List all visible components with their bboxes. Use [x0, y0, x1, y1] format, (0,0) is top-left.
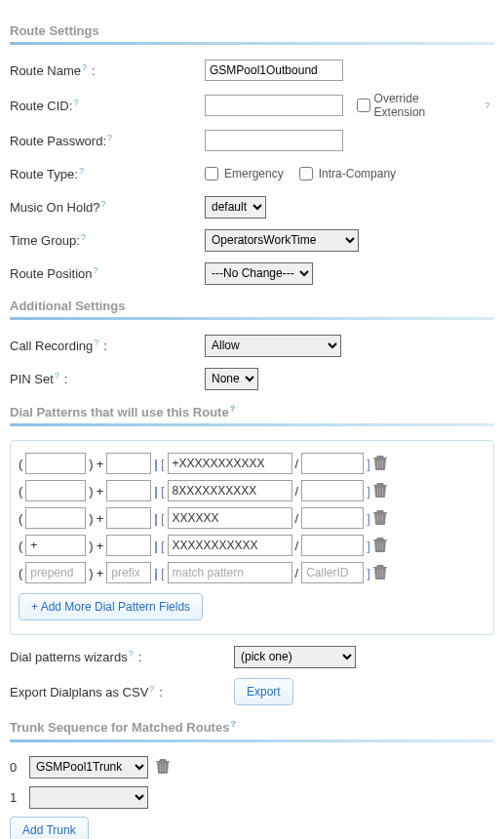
- row-route-name: Route Name?:: [10, 59, 494, 82]
- row-route-position: Route Position? ---No Change---: [10, 261, 494, 285]
- section-rule: [10, 739, 494, 742]
- override-extension-checkbox[interactable]: [357, 99, 370, 112]
- row-route-cid: Route CID:? Override Extension?: [10, 92, 494, 119]
- trash-icon[interactable]: [156, 758, 170, 777]
- close-bracket: ]: [367, 511, 370, 526]
- callerid-input[interactable]: [301, 480, 364, 501]
- open-paren: (: [19, 566, 22, 580]
- close-paren: ): [89, 566, 93, 580]
- match-pattern-input[interactable]: [168, 480, 292, 501]
- section-header-trunks: Trunk Sequence for Matched Routes?: [10, 719, 494, 735]
- section-header-dial-patterns: Dial Patterns that will use this Route?: [10, 404, 494, 420]
- trash-icon[interactable]: [373, 482, 387, 500]
- pin-set-select[interactable]: None: [205, 368, 258, 390]
- prefix-input[interactable]: [106, 453, 151, 474]
- dial-patterns-box: () + | [ / ]() + | [ / ]() + | [ / ]() +…: [10, 440, 494, 635]
- prepend-input[interactable]: [25, 507, 86, 529]
- section-header-route-text: Route Settings: [10, 23, 99, 38]
- help-icon[interactable]: ?: [485, 100, 494, 110]
- help-icon[interactable]: ?: [100, 199, 110, 209]
- moh-select[interactable]: default: [205, 196, 266, 219]
- prefix-input[interactable]: [106, 507, 151, 529]
- trash-icon[interactable]: [373, 564, 387, 582]
- match-pattern-input[interactable]: [168, 507, 292, 529]
- dial-pattern-row: () + | [ / ]: [19, 507, 485, 529]
- intra-company-label: Intra-Company: [319, 167, 396, 180]
- route-cid-input[interactable]: [205, 95, 343, 116]
- section-rule: [10, 423, 494, 426]
- route-password-input[interactable]: [205, 130, 343, 151]
- add-dial-pattern-button[interactable]: + Add More Dial Pattern Fields: [19, 593, 203, 620]
- prepend-input[interactable]: [25, 562, 86, 583]
- callerid-input[interactable]: [301, 535, 364, 556]
- emergency-checkbox[interactable]: [205, 167, 218, 180]
- help-icon[interactable]: ?: [82, 62, 92, 72]
- help-icon[interactable]: ?: [107, 133, 117, 142]
- slash-separator: /: [295, 484, 299, 499]
- trash-icon[interactable]: [373, 509, 387, 528]
- prepend-input[interactable]: [25, 453, 86, 474]
- trash-icon[interactable]: [373, 537, 387, 555]
- wizards-select[interactable]: (pick one): [234, 646, 356, 668]
- section-header-route: Route Settings: [10, 23, 494, 38]
- close-bracket: ]: [367, 484, 370, 499]
- prefix-input[interactable]: [106, 480, 151, 501]
- callerid-input[interactable]: [301, 507, 364, 529]
- label-route-name: Route Name?:: [10, 62, 205, 78]
- help-icon[interactable]: ?: [94, 265, 103, 275]
- row-pin-set: PIN Set?: None: [10, 367, 494, 390]
- help-icon[interactable]: ?: [55, 371, 64, 380]
- close-paren: ): [89, 484, 93, 499]
- help-icon[interactable]: ?: [129, 649, 138, 659]
- label-route-type: Route Type:?: [10, 166, 205, 181]
- override-extension-label: Override Extension: [374, 92, 471, 119]
- callerid-input[interactable]: [301, 453, 364, 474]
- route-name-input[interactable]: [205, 60, 343, 81]
- callerid-input[interactable]: [301, 562, 364, 583]
- match-pattern-input[interactable]: [168, 535, 292, 556]
- prefix-input[interactable]: [106, 535, 151, 556]
- open-bracket: [: [161, 566, 165, 580]
- help-icon[interactable]: ?: [79, 166, 89, 176]
- prefix-input[interactable]: [106, 562, 151, 583]
- close-bracket: ]: [367, 457, 370, 471]
- open-paren: (: [19, 539, 22, 553]
- match-pattern-input[interactable]: [168, 453, 292, 474]
- help-icon[interactable]: ?: [149, 684, 159, 694]
- pipe-separator: |: [154, 511, 158, 526]
- row-call-recording: Call Recording?: Allow: [10, 334, 494, 357]
- plus-sign: +: [97, 484, 104, 499]
- help-icon[interactable]: ?: [230, 719, 240, 729]
- pipe-separator: |: [154, 484, 158, 499]
- plus-sign: +: [97, 566, 104, 580]
- slash-separator: /: [295, 539, 299, 553]
- dial-pattern-row: () + | [ / ]: [19, 453, 485, 474]
- export-button[interactable]: Export: [234, 678, 293, 705]
- call-recording-select[interactable]: Allow: [205, 335, 341, 357]
- label-time-group: Time Group:?: [10, 232, 205, 248]
- add-trunk-button[interactable]: Add Trunk: [10, 817, 89, 839]
- trash-icon[interactable]: [373, 455, 387, 473]
- open-paren: (: [19, 484, 22, 499]
- close-bracket: ]: [367, 539, 370, 553]
- open-paren: (: [19, 511, 22, 526]
- trunk-select[interactable]: GSMPool1Trunk: [29, 756, 148, 779]
- help-icon[interactable]: ?: [81, 232, 91, 242]
- dial-pattern-row: () + | [ / ]: [19, 562, 485, 583]
- trunk-select[interactable]: [29, 786, 148, 809]
- trunk-row: 1: [10, 786, 494, 809]
- open-paren: (: [19, 457, 22, 471]
- intra-company-checkbox[interactable]: [299, 167, 313, 180]
- pipe-separator: |: [154, 539, 158, 553]
- prepend-input[interactable]: [25, 535, 86, 556]
- help-icon[interactable]: ?: [73, 98, 83, 107]
- time-group-select[interactable]: OperatorsWorkTime: [205, 229, 359, 252]
- route-position-select[interactable]: ---No Change---: [205, 262, 313, 285]
- row-export: Export Dialplans as CSV?: Export: [10, 678, 494, 705]
- match-pattern-input[interactable]: [168, 562, 292, 583]
- help-icon[interactable]: ?: [230, 404, 240, 414]
- plus-sign: +: [97, 511, 104, 526]
- section-rule: [10, 317, 494, 320]
- help-icon[interactable]: ?: [94, 338, 103, 347]
- prepend-input[interactable]: [25, 480, 86, 501]
